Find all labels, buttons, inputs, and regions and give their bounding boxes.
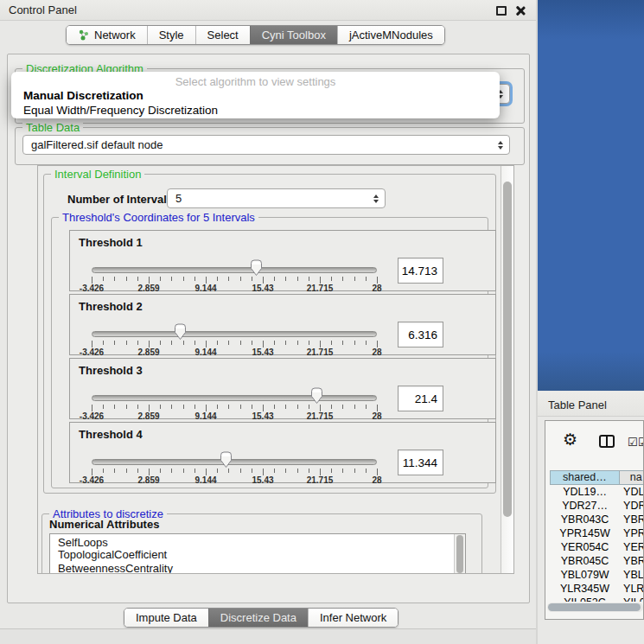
slider-tick-label: 21.715 [307,411,334,421]
tab-network[interactable]: Network [67,26,147,44]
column-header-shared-name[interactable]: shared… [550,470,620,485]
algorithm-popup-placeholder: Select algorithm to view settings [11,75,500,88]
slider-tick [137,469,138,473]
slider-tick [309,405,309,409]
table-horizontal-scrollbar[interactable] [547,603,643,612]
split-columns-icon[interactable] [599,435,615,448]
number-of-intervals-combo[interactable]: 5 [167,188,386,208]
threshold-value-field[interactable]: 21.4 [398,386,443,411]
slider-tick [366,341,367,345]
threshold-value-field[interactable]: 11.344 [398,450,443,475]
slider-tick-label: -3.426 [80,284,104,293]
attribute-item-selfloops[interactable]: SelfLoops [50,534,465,548]
tab-label: Style [159,29,184,41]
table-row[interactable]: YER054CYER0 [550,540,644,554]
slider-tick [160,277,161,281]
checkbox-icon[interactable]: ☑ [638,436,644,449]
slider-tick [240,405,241,409]
slider-tick-label: 2.859 [137,411,159,421]
checkbox-icon[interactable]: ☑ [628,436,638,449]
slider-tick [217,277,218,281]
slider-tick-label: 21.715 [307,348,334,357]
tab-style[interactable]: Style [147,26,195,44]
slider-tick [160,469,161,473]
cell-name: YDL1 [620,485,644,499]
table-row[interactable]: YBR043CYBR0 [550,513,644,526]
close-icon[interactable] [515,6,526,16]
attributes-group: Attributes to discretize Numerical Attri… [41,513,482,574]
slider-tick [274,469,275,473]
settings-vertical-scrollbar[interactable] [501,166,513,573]
control-panel-title: Control Panel [9,3,77,16]
table-row[interactable]: YDL19…YDL1 [550,485,644,499]
slider-tick [274,277,275,281]
algorithm-option-1[interactable]: Manual Discretization [13,89,498,103]
threshold-row-3: Threshold 3-3.4262.8599.14415.4321.71528… [69,358,496,419]
slider-tick [331,277,332,281]
float-window-icon[interactable] [496,6,507,16]
tab-label: jActiveMNodules [349,29,433,41]
threshold-slider-thumb[interactable] [310,387,323,405]
slider-tick-label: 15.43 [252,475,273,485]
threshold-slider-track[interactable] [92,395,377,401]
threshold-value-field[interactable]: 6.316 [398,322,443,348]
table-row[interactable]: YBL079WYBL0 [550,568,644,582]
slider-tick [183,341,184,345]
threshold-slider-thumb[interactable] [174,323,187,341]
tab-cyni-toolbox[interactable]: Cyni Toolbox [250,26,337,44]
attributes-list-scrollbar[interactable] [454,534,465,574]
tab-discretize-data[interactable]: Discretize Data [208,609,308,627]
top-tab-bar: NetworkStyleSelectCyni ToolboxjActiveMNo… [66,25,445,45]
slider-tick [342,405,343,409]
slider-tick-label: 2.859 [137,475,159,485]
threshold-slider-track[interactable] [92,331,377,337]
slider-tick [183,277,184,281]
interval-definition-group: Interval Definition Number of Intervals … [43,174,496,494]
slider-tick [240,469,241,473]
slider-tick [194,405,195,409]
slider-tick [263,341,264,348]
slider-tick-label: 28 [372,475,381,485]
algorithm-option-2[interactable]: Equal Width/Frequency Discretization [13,104,498,118]
tab-label: Infer Network [320,611,386,624]
slider-tick [92,277,92,284]
attribute-item-betweennesscentrality[interactable]: BetweennessCentrality [50,562,465,574]
control-panel-titlebar: Control Panel [0,0,536,21]
gear-icon[interactable]: ⚙ [563,431,577,448]
tab-select[interactable]: Select [195,26,250,44]
algorithm-dropdown-popup: Select algorithm to view settings Manual… [11,72,500,118]
table-rows: YDL19…YDL1YDR27…YDR2YBR043CYBR0YPR145WYP… [550,485,644,602]
slider-tick [285,405,286,409]
table-data-combo[interactable]: galFiltered.sif default node [22,135,510,155]
slider-tick [263,469,264,475]
threshold-slider-thumb[interactable] [250,259,263,277]
slider-tick [252,341,252,345]
slider-tick [194,277,195,281]
tab-infer-network[interactable]: Infer Network [308,609,398,627]
slider-tick-label: 9.144 [194,348,216,357]
tab-impute-data[interactable]: Impute Data [124,609,208,627]
threshold-slider-track[interactable] [92,459,377,465]
table-row[interactable]: YIL052CYIL0 [550,596,644,602]
threshold-value-field[interactable]: 14.713 [398,258,443,284]
table-row[interactable]: YPR145WYPR1 [550,526,644,540]
threshold-label: Threshold 3 [79,364,143,377]
tab-label: Discretize Data [220,611,296,624]
number-of-intervals-label: Number of Intervals [67,193,173,206]
table-row[interactable]: YLR345WYLR3 [550,582,644,596]
slider-tick [377,405,378,411]
cell-shared-name: YBR045C [550,554,620,568]
tab-jactivemnodules[interactable]: jActiveMNodules [337,26,444,44]
table-row[interactable]: YBR045CYBR0 [550,554,644,568]
table-data-combo-value: galFiltered.sif default node [31,138,163,151]
threshold-slider-thumb[interactable] [220,451,233,469]
threshold-slider-track[interactable] [92,267,377,273]
attribute-item-topologicalcoefficient[interactable]: TopologicalCoefficient [50,548,465,562]
column-header-name[interactable]: na [620,470,644,485]
numerical-attributes-label: Numerical Attributes [49,518,159,531]
slider-tick [217,405,218,409]
slider-tick [309,277,309,281]
slider-tick [240,277,241,281]
table-row[interactable]: YDR27…YDR2 [550,499,644,513]
slider-tick [285,277,286,281]
